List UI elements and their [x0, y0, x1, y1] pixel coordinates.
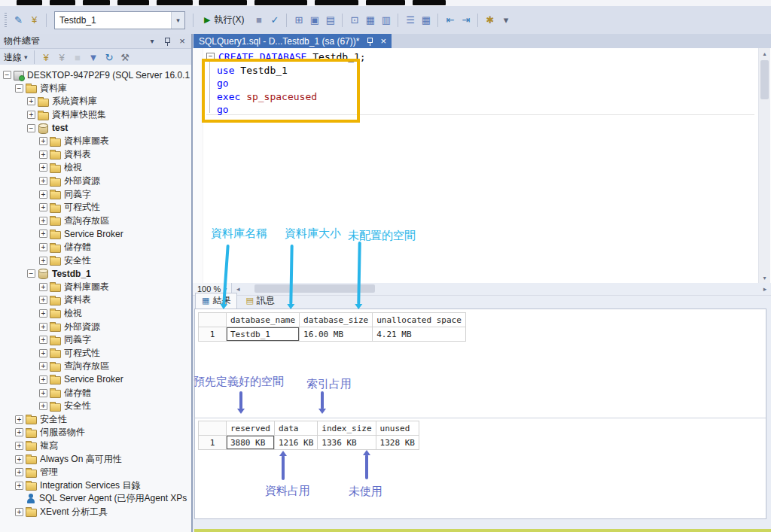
tree-item[interactable]: +可程式性 — [0, 346, 191, 360]
expand-icon[interactable]: + — [27, 97, 35, 105]
tree-item[interactable]: +資料表 — [0, 293, 191, 307]
tree-item[interactable]: +Service Broker — [0, 227, 191, 241]
change-connection-icon[interactable]: ¥ — [27, 13, 41, 27]
tree-item[interactable]: +Always On 高可用性 — [0, 452, 191, 466]
tree-item[interactable]: +XEvent 分析工具 — [0, 506, 191, 519]
indent-icon[interactable]: ⇥ — [459, 13, 473, 27]
grid-row-header[interactable]: 1 — [199, 436, 227, 450]
tree-item[interactable]: +資料庫圖表 — [0, 135, 191, 148]
grid-column-header[interactable]: index_size — [318, 421, 376, 436]
grid-column-header[interactable]: unallocated space — [373, 313, 466, 327]
results-tab[interactable]: ▦ 結果 — [195, 293, 237, 309]
grid-corner[interactable] — [199, 313, 227, 327]
expand-icon[interactable]: + — [15, 415, 23, 424]
results-to-text-icon[interactable]: ☰ — [403, 13, 417, 27]
menu-item[interactable] — [17, 0, 42, 5]
connect-button[interactable]: 連線 ▾ — [4, 51, 28, 64]
horizontal-scrollbar[interactable] — [244, 283, 759, 295]
tree-item[interactable]: +儲存體 — [0, 241, 191, 254]
grid-cell[interactable]: 1336 KB — [318, 436, 376, 450]
results-splitter[interactable] — [195, 418, 766, 418]
tree-item[interactable]: +系統資料庫 — [0, 95, 191, 108]
stop-icon[interactable]: ■ — [71, 50, 85, 65]
toolbar-overflow-icon[interactable]: ▾ — [498, 13, 513, 27]
grid-cell[interactable]: 4.21 MB — [373, 327, 466, 342]
tree-item[interactable]: +複寫 — [0, 439, 191, 453]
tree-item[interactable]: +檢視 — [0, 307, 191, 321]
expand-icon[interactable]: + — [39, 389, 47, 397]
messages-tab[interactable]: ▤ 訊息 — [239, 293, 280, 309]
tree-item[interactable]: +儲存體 — [0, 386, 191, 400]
menu-item[interactable] — [83, 0, 110, 5]
disconnect-icon[interactable]: ¥ — [55, 50, 69, 65]
expand-icon[interactable]: + — [39, 137, 47, 145]
menu-item[interactable] — [366, 0, 405, 5]
tree-item[interactable]: −資料庫 — [0, 82, 191, 96]
results-to-grid-icon[interactable]: ▦ — [419, 13, 433, 27]
grid-column-header[interactable]: database_size — [300, 313, 373, 327]
menu-item[interactable] — [157, 0, 193, 5]
grid-column-header[interactable]: database_name — [227, 313, 300, 327]
client-stats-icon[interactable]: ▥ — [379, 13, 393, 27]
template-parameters-icon[interactable]: ✱ — [483, 13, 497, 27]
expand-icon[interactable]: + — [39, 296, 47, 304]
collapse-icon[interactable]: − — [3, 71, 11, 79]
tree-item[interactable]: +安全性 — [0, 254, 191, 267]
activity-monitor-icon[interactable]: ⚒ — [118, 50, 133, 65]
tree-item[interactable]: +伺服器物件 — [0, 426, 191, 439]
grid-cell[interactable]: Testdb_1 — [227, 327, 300, 342]
collapse-icon[interactable]: − — [27, 269, 35, 278]
tree-item[interactable]: +Integration Services 目錄 — [0, 479, 191, 492]
tree-item[interactable]: +檢視 — [0, 161, 191, 175]
expand-icon[interactable]: + — [15, 482, 23, 490]
expand-icon[interactable]: + — [15, 508, 23, 516]
expand-icon[interactable]: + — [39, 309, 47, 318]
window-position-icon[interactable]: ▾ — [147, 36, 157, 47]
close-icon[interactable]: × — [177, 36, 187, 47]
live-query-stats-icon[interactable]: ▦ — [363, 13, 377, 27]
expand-icon[interactable]: + — [15, 468, 23, 476]
menu-item[interactable] — [315, 0, 358, 5]
grid-corner[interactable] — [199, 421, 227, 436]
connect-icon[interactable]: ¥ — [39, 50, 53, 65]
collapse-icon[interactable]: − — [27, 124, 35, 132]
expand-icon[interactable]: + — [39, 323, 47, 331]
document-tab[interactable]: SQLQuery1.sql - D...Testdb_1 (sa (67))* … — [194, 34, 392, 48]
expand-icon[interactable]: + — [39, 375, 47, 384]
tree-item[interactable]: +同義字 — [0, 333, 191, 347]
tree-item[interactable]: +資料庫圖表 — [0, 281, 191, 294]
expand-icon[interactable]: + — [39, 362, 47, 370]
available-databases-combo[interactable]: Testdb_1 ▾ — [54, 11, 185, 29]
scrollbar-thumb[interactable] — [254, 284, 375, 293]
filter-icon[interactable]: ▼ — [87, 50, 101, 65]
expand-icon[interactable]: + — [39, 336, 47, 344]
pin-icon[interactable] — [364, 36, 375, 47]
expand-icon[interactable]: + — [15, 442, 23, 450]
code-editor[interactable]: −CREATE DATABASE Testdb_1;use Testdb_1go… — [193, 48, 771, 284]
intellisense-icon[interactable]: ▤ — [323, 13, 337, 27]
tree-item[interactable]: +資料庫快照集 — [0, 108, 191, 122]
scroll-down-icon[interactable]: ▾ — [759, 272, 770, 283]
expand-icon[interactable]: + — [39, 177, 47, 185]
grid-column-header[interactable]: reserved — [227, 421, 275, 436]
expand-icon[interactable]: + — [39, 402, 47, 410]
query-options-icon[interactable]: ▣ — [307, 13, 322, 27]
tree-item[interactable]: +同義字 — [0, 187, 191, 201]
tree-item[interactable]: +管理 — [0, 466, 191, 479]
menu-item[interactable] — [117, 0, 149, 5]
expand-icon[interactable]: + — [39, 150, 47, 159]
tree-item[interactable]: +資料表 — [0, 148, 191, 162]
grid-column-header[interactable]: data — [274, 421, 317, 436]
expand-icon[interactable]: + — [39, 163, 47, 172]
grid-cell[interactable]: 16.00 MB — [300, 327, 373, 342]
tree-item[interactable]: −Testdb_1 — [0, 267, 191, 281]
grid-cell[interactable]: 3880 KB — [227, 436, 275, 450]
collapse-icon[interactable]: − — [15, 84, 23, 93]
tree-item[interactable]: +安全性 — [0, 412, 191, 426]
close-icon[interactable]: × — [380, 36, 386, 46]
estimated-plan-icon[interactable]: ⊞ — [291, 13, 306, 27]
tree-item[interactable]: +查詢存放區 — [0, 214, 191, 228]
scrollbar-thumb[interactable] — [760, 60, 769, 99]
refresh-icon[interactable]: ↻ — [102, 50, 117, 65]
tree-item[interactable]: +可程式性 — [0, 201, 191, 214]
